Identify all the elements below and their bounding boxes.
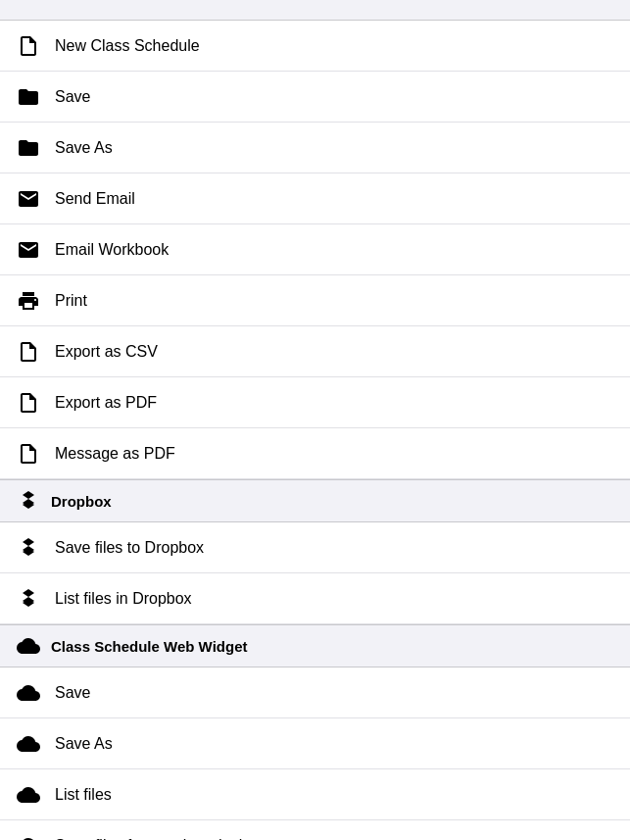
menu-item-label-cloud-list: List files bbox=[55, 786, 112, 804]
folder-icon bbox=[16, 135, 41, 161]
menu-item-label-export-pdf: Export as PDF bbox=[55, 394, 157, 412]
section-header-text-dropbox: Dropbox bbox=[51, 493, 112, 510]
menu-item-label-save-as: Save As bbox=[55, 139, 113, 157]
menu-item-label-save-dropbox: Save files to Dropbox bbox=[55, 539, 204, 557]
print-icon bbox=[16, 288, 41, 314]
menu-item-cloud-list[interactable]: List files bbox=[0, 769, 630, 820]
menu-item-save-as[interactable]: Save As bbox=[0, 123, 630, 173]
file-icon bbox=[16, 390, 41, 416]
dropbox-icon-save-dropbox bbox=[16, 535, 41, 561]
header bbox=[0, 0, 630, 21]
menu-item-export-csv[interactable]: Export as CSV bbox=[0, 326, 630, 377]
section-header-dropbox: Dropbox bbox=[0, 479, 630, 522]
menu-item-cloud-save-as[interactable]: Save As bbox=[0, 718, 630, 769]
dropbox-icon-list-dropbox bbox=[16, 586, 41, 612]
menu-item-print[interactable]: Print bbox=[0, 275, 630, 326]
menu-content: New Class Schedule Save Save As Send Ema… bbox=[0, 21, 630, 840]
menu-item-label-cloud-save: Save bbox=[55, 684, 90, 702]
cloud-icon-cloud-list bbox=[16, 782, 41, 808]
menu-item-label-cloud-save-as: Save As bbox=[55, 735, 113, 753]
menu-item-label-email-workbook: Email Workbook bbox=[55, 241, 169, 259]
menu-item-send-email[interactable]: Send Email bbox=[0, 173, 630, 224]
folder-icon bbox=[16, 84, 41, 110]
menu-item-label-export-csv: Export as CSV bbox=[55, 343, 158, 361]
file-icon bbox=[16, 441, 41, 467]
menu-item-label-list-dropbox: List files in Dropbox bbox=[55, 590, 192, 608]
top-menu-list: New Class Schedule Save Save As Send Ema… bbox=[0, 21, 630, 479]
menu-item-label-message-pdf: Message as PDF bbox=[55, 445, 175, 463]
section-header-web-widget: Class Schedule Web Widget bbox=[0, 624, 630, 667]
menu-item-new-class-schedule[interactable]: New Class Schedule bbox=[0, 21, 630, 72]
email-icon bbox=[16, 186, 41, 212]
menu-item-label-save: Save bbox=[55, 88, 90, 106]
cloud-icon-cloud-save-from-web bbox=[16, 833, 41, 841]
sections-container: Dropbox Save files to Dropbox List files… bbox=[0, 479, 630, 840]
menu-item-label-cloud-save-from-web: Save files from web to device bbox=[55, 837, 259, 841]
cloud-icon-cloud-save bbox=[16, 680, 41, 706]
email-icon bbox=[16, 237, 41, 263]
menu-item-label-print: Print bbox=[55, 292, 87, 310]
menu-item-cloud-save[interactable]: Save bbox=[0, 667, 630, 718]
file-icon bbox=[16, 339, 41, 365]
dropbox-section-icon bbox=[16, 488, 41, 514]
menu-item-label-send-email: Send Email bbox=[55, 190, 135, 208]
menu-item-message-pdf[interactable]: Message as PDF bbox=[0, 428, 630, 479]
menu-item-save-dropbox[interactable]: Save files to Dropbox bbox=[0, 522, 630, 573]
menu-item-cloud-save-from-web[interactable]: Save files from web to device bbox=[0, 820, 630, 840]
cloud-icon-cloud-save-as bbox=[16, 731, 41, 757]
section-header-text-web-widget: Class Schedule Web Widget bbox=[51, 638, 247, 655]
cloud-section-icon bbox=[16, 633, 41, 659]
menu-item-export-pdf[interactable]: Export as PDF bbox=[0, 377, 630, 428]
menu-item-list-dropbox[interactable]: List files in Dropbox bbox=[0, 573, 630, 624]
menu-item-label-new-class-schedule: New Class Schedule bbox=[55, 37, 200, 55]
menu-item-save[interactable]: Save bbox=[0, 72, 630, 123]
menu-item-email-workbook[interactable]: Email Workbook bbox=[0, 224, 630, 275]
file-icon bbox=[16, 33, 41, 59]
